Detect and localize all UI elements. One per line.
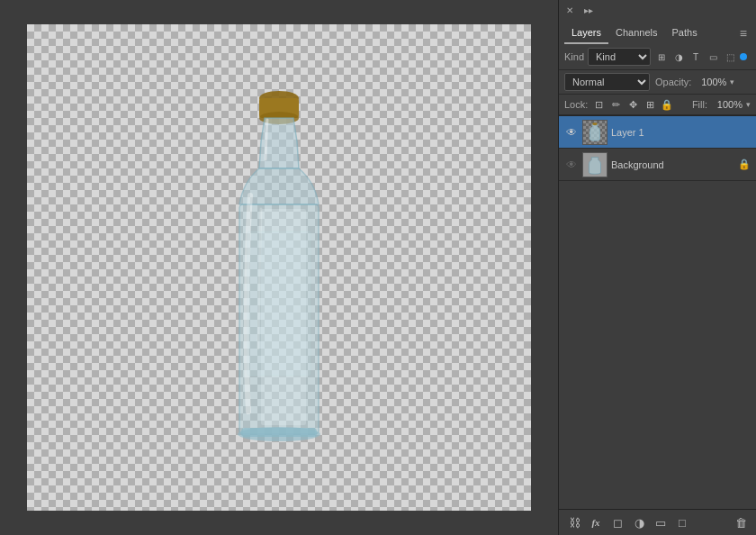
adjustment-layer-icon[interactable]: ◑: [631, 514, 647, 530]
type-filter-icon[interactable]: T: [688, 50, 703, 64]
fill-dropdown-icon[interactable]: ▾: [746, 100, 751, 109]
blend-mode-row: Normal Dissolve Multiply Screen Overlay …: [559, 70, 756, 95]
layers-panel: ✕ ▸▸ Layers Channels Paths ≡ Kind Kind N…: [558, 0, 756, 535]
canvas-wrapper: [27, 24, 531, 511]
layer-1-thumbnail: [582, 120, 608, 145]
panel-bottom-toolbar: ⛓ fx ◻ ◑ ▭ □ 🗑: [559, 509, 756, 535]
eye-icon-hidden: 👁: [566, 159, 577, 171]
link-layers-icon[interactable]: ⛓: [566, 514, 582, 530]
pixel-filter-icon[interactable]: ⊞: [654, 50, 669, 64]
background-name: Background: [611, 159, 734, 170]
background-thumbnail: [582, 152, 608, 177]
kind-label: Kind: [564, 51, 584, 62]
background-lock-icon: 🔒: [738, 159, 751, 170]
fill-value[interactable]: 100%: [711, 99, 742, 110]
tab-layers[interactable]: Layers: [564, 23, 608, 44]
svg-point-9: [592, 122, 598, 125]
fill-label: Fill:: [692, 99, 707, 110]
panel-header-icons-row: ✕ ▸▸: [559, 0, 756, 19]
layer-item[interactable]: 👁 Background 🔒: [559, 149, 756, 181]
add-mask-icon[interactable]: ◻: [609, 514, 626, 530]
canvas-area: [0, 0, 558, 535]
svg-rect-6: [248, 231, 310, 376]
kind-icons: ⊞ ◑ T ▭ ⬚: [654, 50, 747, 64]
background-visibility[interactable]: 👁: [564, 158, 579, 172]
panel-menu-icon[interactable]: ≡: [736, 23, 751, 44]
lock-fill-row: Lock: ⊡ ✏ ✥ ⊞ 🔒 Fill: 100% ▾: [559, 95, 756, 115]
tab-paths[interactable]: Paths: [665, 23, 705, 44]
opacity-dropdown-icon[interactable]: ▾: [730, 77, 734, 86]
panel-collapse-icon[interactable]: ▸▸: [580, 2, 597, 19]
lock-all-icon[interactable]: 🔒: [660, 97, 674, 112]
new-group-icon[interactable]: ▭: [652, 514, 669, 530]
layer-1-visibility[interactable]: 👁: [564, 125, 579, 140]
lock-transparency-icon[interactable]: ⊡: [591, 97, 606, 112]
lock-paint-icon[interactable]: ✏: [608, 97, 623, 112]
eye-icon: 👁: [566, 126, 577, 139]
fx-icon[interactable]: fx: [588, 514, 604, 530]
kind-filter-row: Kind Kind Name Effect Mode ⊞ ◑ T ▭ ⬚: [559, 44, 756, 70]
tab-channels[interactable]: Channels: [608, 23, 664, 44]
panel-close-icon[interactable]: ✕: [562, 2, 577, 19]
lock-move-icon[interactable]: ✥: [626, 97, 640, 112]
panel-header: ✕ ▸▸ Layers Channels Paths ≡ Kind Kind N…: [559, 0, 756, 116]
shape-filter-icon[interactable]: ▭: [706, 50, 720, 64]
layer-1-name: Layer 1: [611, 127, 751, 138]
layers-list: 👁 Layer 1 👁: [559, 116, 756, 509]
lock-label: Lock:: [564, 99, 588, 110]
kind-select[interactable]: Kind Name Effect Mode: [588, 48, 651, 66]
layer-item[interactable]: 👁 Layer 1: [559, 116, 756, 149]
lock-artboard-icon[interactable]: ⊞: [643, 97, 657, 112]
panel-tabs: Layers Channels Paths ≡: [559, 19, 756, 44]
new-layer-icon[interactable]: □: [674, 514, 690, 530]
smartobject-filter-icon[interactable]: ⬚: [723, 50, 737, 64]
adjustment-filter-icon[interactable]: ◑: [671, 50, 686, 64]
bottle-image: [171, 51, 387, 484]
opacity-label: Opacity:: [655, 77, 691, 87]
lock-icons: ⊡ ✏ ✥ ⊞ 🔒: [591, 97, 674, 112]
delete-layer-icon[interactable]: 🗑: [733, 514, 749, 530]
svg-rect-7: [241, 428, 317, 437]
opacity-value[interactable]: 100%: [695, 77, 726, 87]
blend-mode-select[interactable]: Normal Dissolve Multiply Screen Overlay: [564, 73, 650, 91]
kind-filter-dot[interactable]: [740, 53, 747, 60]
